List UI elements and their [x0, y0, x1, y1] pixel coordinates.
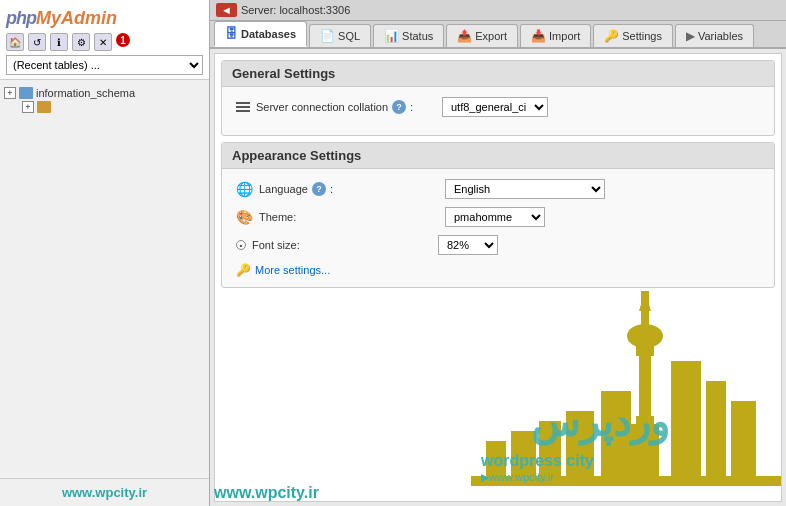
font-size-label: Font size:: [252, 239, 432, 251]
general-settings-header: General Settings: [222, 61, 774, 87]
svg-rect-7: [671, 361, 701, 481]
tab-import[interactable]: 📥 Import: [520, 24, 591, 47]
svg-rect-13: [511, 431, 536, 481]
key-icon: 🔑: [236, 263, 251, 277]
collation-help-icon[interactable]: ?: [392, 100, 406, 114]
svg-rect-12: [539, 421, 561, 481]
tab-sql-label: SQL: [338, 30, 360, 42]
svg-rect-10: [601, 391, 631, 481]
svg-rect-9: [731, 401, 756, 481]
pma-logo: php MyAdmin: [6, 8, 203, 29]
tab-export[interactable]: 📤 Export: [446, 24, 518, 47]
tab-status[interactable]: 📊 Status: [373, 24, 444, 47]
logo-area: php MyAdmin 🏠 ↺ ℹ ⚙ ✕ 1 (Recent tables) …: [0, 0, 209, 80]
sidebar-watermark: www.wpcity.ir: [0, 478, 209, 506]
tab-variables-label: Variables: [698, 30, 743, 42]
logo-myadmin: MyAdmin: [36, 8, 117, 29]
svg-rect-14: [486, 441, 506, 481]
svg-point-2: [627, 324, 663, 348]
variables-icon: ▶: [686, 29, 695, 43]
appearance-settings-body: 🌐 Language ? : English 🎨 Theme: pma: [222, 169, 774, 287]
back-button[interactable]: ◄: [216, 3, 237, 17]
general-settings-body: Server connection collation ? : utf8_gen…: [222, 87, 774, 135]
topbar: ◄ Server: localhost:3306: [210, 0, 786, 21]
svg-text:وردپرس: وردپرس: [531, 400, 669, 446]
svg-rect-6: [631, 424, 659, 484]
main-panel: ◄ Server: localhost:3306 🗄 Databases 📄 S…: [210, 0, 786, 506]
tab-databases[interactable]: 🗄 Databases: [214, 21, 307, 47]
table-icon: [37, 101, 51, 113]
database-tree: + information_schema +: [0, 80, 209, 478]
tree-expand-sub-icon[interactable]: +: [22, 101, 34, 113]
settings-icon: 🔑: [604, 29, 619, 43]
tab-databases-label: Databases: [241, 28, 296, 40]
svg-rect-0: [641, 291, 649, 411]
tab-import-label: Import: [549, 30, 580, 42]
status-icon: 📊: [384, 29, 399, 43]
tree-item-sub[interactable]: +: [4, 100, 205, 114]
language-help-icon[interactable]: ?: [312, 182, 326, 196]
svg-rect-4: [639, 356, 651, 416]
tree-item-information-schema[interactable]: + information_schema: [4, 86, 205, 100]
refresh-icon[interactable]: ↺: [28, 33, 46, 51]
language-row: 🌐 Language ? : English: [236, 179, 760, 199]
tab-sql[interactable]: 📄 SQL: [309, 24, 371, 47]
city-watermark: wordpress city ▶www.wpcity.ir وردپرس: [381, 281, 781, 501]
notification-badge: 1: [116, 33, 130, 47]
db-icon: [19, 87, 33, 99]
font-size-dot-icon: •: [236, 240, 246, 250]
logo-php: php: [6, 8, 36, 29]
sidebar: php MyAdmin 🏠 ↺ ℹ ⚙ ✕ 1 (Recent tables) …: [0, 0, 210, 506]
settings-small-icon[interactable]: ⚙: [72, 33, 90, 51]
language-label: Language ? :: [259, 182, 439, 196]
language-select[interactable]: English: [445, 179, 605, 199]
svg-rect-3: [636, 336, 654, 356]
appearance-settings-header: Appearance Settings: [222, 143, 774, 169]
font-size-select[interactable]: 82%: [438, 235, 498, 255]
server-label: Server: localhost:3306: [241, 4, 350, 16]
svg-rect-15: [471, 476, 781, 486]
tab-status-label: Status: [402, 30, 433, 42]
recent-tables-dropdown[interactable]: (Recent tables) ...: [6, 55, 203, 75]
collation-icon: [236, 102, 250, 112]
theme-label: Theme:: [259, 211, 439, 223]
exit-icon[interactable]: ✕: [94, 33, 112, 51]
content-area: General Settings Server connection colla…: [214, 53, 782, 502]
svg-marker-1: [639, 291, 651, 311]
collation-select[interactable]: utf8_general_ci: [442, 97, 548, 117]
tab-bar: 🗄 Databases 📄 SQL 📊 Status 📤 Export 📥 Im…: [210, 21, 786, 49]
tree-expand-icon[interactable]: +: [4, 87, 16, 99]
svg-rect-5: [636, 416, 654, 424]
tab-variables[interactable]: ▶ Variables: [675, 24, 754, 47]
language-globe-icon: 🌐: [236, 181, 253, 197]
svg-rect-8: [706, 381, 726, 481]
export-icon: 📤: [457, 29, 472, 43]
info-icon[interactable]: ℹ: [50, 33, 68, 51]
tab-settings-label: Settings: [622, 30, 662, 42]
theme-row: 🎨 Theme: pmahomme: [236, 207, 760, 227]
theme-select[interactable]: pmahomme: [445, 207, 545, 227]
collation-row: Server connection collation ? : utf8_gen…: [236, 97, 760, 117]
tab-export-label: Export: [475, 30, 507, 42]
general-settings-section: General Settings Server connection colla…: [221, 60, 775, 136]
databases-icon: 🗄: [225, 26, 238, 41]
home-icon[interactable]: 🏠: [6, 33, 24, 51]
font-size-row: • Font size: 82%: [236, 235, 760, 255]
city-skyline-svg: wordpress city ▶www.wpcity.ir وردپرس: [381, 281, 781, 501]
svg-rect-11: [566, 411, 594, 481]
svg-text:wordpress city: wordpress city: [480, 452, 594, 469]
sql-icon: 📄: [320, 29, 335, 43]
more-settings-label: More settings...: [255, 264, 330, 276]
import-icon: 📥: [531, 29, 546, 43]
more-settings-link[interactable]: 🔑 More settings...: [236, 263, 760, 277]
tab-settings[interactable]: 🔑 Settings: [593, 24, 673, 47]
svg-text:▶www.wpcity.ir: ▶www.wpcity.ir: [481, 471, 555, 483]
db-label: information_schema: [36, 87, 135, 99]
theme-icon: 🎨: [236, 209, 253, 225]
collation-label: Server connection collation ? :: [256, 100, 436, 114]
pma-icon-bar: 🏠 ↺ ℹ ⚙ ✕ 1: [6, 33, 203, 51]
appearance-settings-section: Appearance Settings 🌐 Language ? : Engli…: [221, 142, 775, 288]
